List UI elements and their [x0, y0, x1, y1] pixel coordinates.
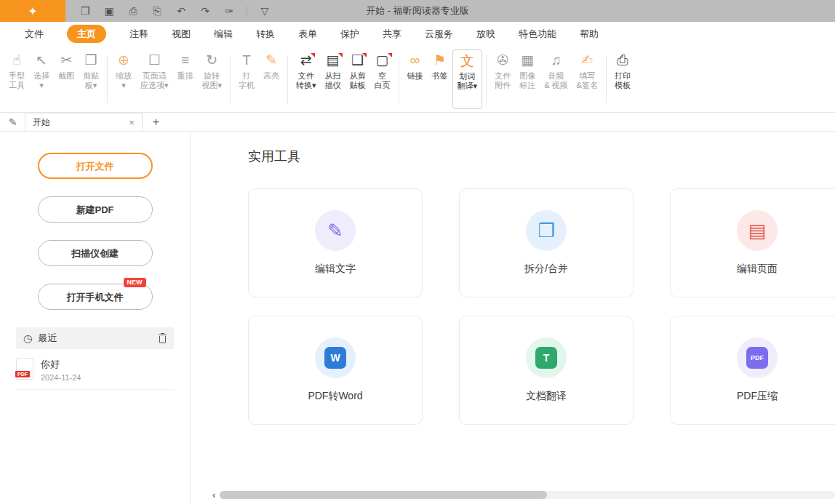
page-fit-button[interactable]: ☐ 页面适 应选项▾ [136, 49, 173, 109]
scrollbar-track[interactable] [220, 491, 835, 499]
translate-chip-icon: T [535, 347, 557, 369]
file-attachment-button[interactable]: ✇ 文件 附件 [490, 49, 515, 109]
pages-glyph-icon: ❐ [538, 221, 554, 240]
card-split-merge[interactable]: ❐ 拆分/合并 [459, 188, 634, 297]
hand-tool-button[interactable]: ☝ 手型 工具 [4, 49, 29, 109]
clear-recent-trash-icon[interactable] [159, 334, 167, 343]
rotate-view-button[interactable]: ↻ 旋转 视图▾ [198, 49, 227, 109]
tool-label: 填写 [579, 71, 595, 81]
scroll-left-button[interactable]: ‹ [212, 490, 215, 500]
tab-comment[interactable]: 注释 [129, 29, 148, 39]
tab-cloud[interactable]: 云服务 [425, 29, 453, 39]
close-tab-icon[interactable]: × [129, 117, 135, 128]
scanner-icon: ▤ [327, 52, 340, 69]
pencil-glyph-icon: ✎ [327, 221, 343, 240]
sign-icon[interactable]: ✑ [223, 6, 236, 16]
recent-label: 最近 [38, 332, 57, 345]
recent-file-item[interactable]: 你好 2024-11-24 [16, 358, 174, 390]
print-template-button[interactable]: ⎙ 打印 模板 [610, 49, 635, 109]
from-scanner-button[interactable]: ▤ 从扫 描仪 [321, 49, 345, 109]
open-file-button[interactable]: 打开文件 [38, 153, 153, 179]
scanner-create-button[interactable]: 扫描仪创建 [38, 240, 153, 266]
tool-label: 文件 [495, 71, 511, 81]
tool-label: 附件 [495, 81, 511, 90]
open-phone-file-button[interactable]: 打开手机文件 NEW [38, 284, 153, 310]
pdf-file-icon [16, 358, 33, 380]
open-file-icon[interactable]: ❒ [79, 6, 92, 16]
typewriter-button[interactable]: T 打 字机 [234, 49, 259, 109]
page-title: 实用工具 [248, 148, 835, 165]
ribbon-separator [486, 55, 487, 103]
document-tab-start[interactable]: 开始 × [25, 113, 143, 131]
tool-label: 手型 [9, 71, 25, 81]
pencil-icon[interactable]: ✎ [9, 116, 17, 128]
tab-present[interactable]: 放映 [476, 29, 495, 39]
tool-label: 从剪 [350, 71, 366, 81]
translate-button[interactable]: 文 划词 翻译▾ [452, 49, 483, 109]
file-convert-button[interactable]: ⇄ 文件 转换▾ [292, 49, 321, 109]
card-label: 拆分/合并 [524, 263, 568, 276]
create-pdf-button[interactable]: 新建PDF [38, 196, 153, 223]
tab-edit[interactable]: 编辑 [214, 29, 233, 39]
pdf-to-word-icon: W [315, 337, 356, 378]
tab-features[interactable]: 特色功能 [519, 29, 556, 39]
highlight-button[interactable]: ✎ 高亮 [259, 49, 284, 109]
tool-label: 板▾ [85, 81, 97, 90]
tool-label: 高亮 [263, 71, 279, 81]
tab-form[interactable]: 表单 [298, 29, 317, 39]
card-label: 编辑文字 [315, 263, 356, 276]
card-edit-text[interactable]: ✎ 编辑文字 [248, 188, 423, 297]
recent-section-header: ◷ 最近 [16, 327, 174, 349]
zoom-button[interactable]: ⊕ 缩放 ▾ [111, 49, 136, 109]
tab-file[interactable]: 文件 [25, 29, 44, 39]
ribbon-separator [230, 55, 231, 103]
customize-toolbar-icon[interactable]: ▽ [258, 6, 271, 16]
undo-icon[interactable]: ↶ [175, 6, 188, 16]
horizontal-scrollbar[interactable]: ‹ [212, 490, 835, 500]
bookmark-icon: ⚑ [434, 52, 446, 69]
foxit-logo[interactable]: ✦ [0, 0, 65, 22]
select-button[interactable]: ↖ 选择 ▾ [29, 49, 54, 109]
card-pdf-compress[interactable]: PDF PDF压缩 [670, 316, 835, 425]
new-tab-button[interactable]: + [153, 116, 159, 129]
print-icon[interactable]: ⎙ [127, 6, 140, 16]
document-tab-bar: ✎ 开始 × + [0, 113, 835, 132]
image-annotation-button[interactable]: ▦ 图像 标注 [515, 49, 540, 109]
tab-protect[interactable]: 保护 [340, 29, 359, 39]
link-button[interactable]: ∞ 链接 [403, 49, 428, 109]
card-edit-page[interactable]: ▤ 编辑页面 [670, 188, 835, 297]
zoom-icon: ⊕ [118, 52, 129, 69]
doc-translate-icon: T [526, 337, 567, 378]
ribbon-separator [606, 55, 607, 103]
clipboard-button[interactable]: ❐ 剪贴 板▾ [79, 49, 103, 109]
save-icon[interactable]: ▣ [103, 6, 116, 16]
reflow-button[interactable]: ≡ 重排 [173, 49, 198, 109]
card-doc-translate[interactable]: T 文档翻译 [459, 316, 634, 425]
page-fit-icon: ☐ [148, 52, 161, 69]
fill-sign-button[interactable]: ✍ 填写 &签名 [572, 49, 602, 109]
tab-help[interactable]: 帮助 [580, 29, 599, 39]
bookmark-button[interactable]: ⚑ 书签 [428, 49, 452, 109]
blank-page-button[interactable]: ▢ 空 白页 [370, 49, 395, 109]
link-icon: ∞ [410, 52, 420, 69]
fill-sign-icon: ✍ [581, 52, 593, 69]
tool-label: 重排 [177, 71, 193, 81]
tab-convert[interactable]: 转换 [256, 29, 275, 39]
scrollbar-thumb[interactable] [220, 491, 547, 499]
recent-file-title: 你好 [41, 358, 81, 371]
redo-icon[interactable]: ↷ [199, 6, 212, 16]
tool-label: 缩放 [116, 71, 132, 81]
from-clipboard-button[interactable]: ❑ 从剪 贴板 [345, 49, 370, 109]
tool-card-grid: ✎ 编辑文字 ❐ 拆分/合并 ▤ 编辑页面 W PDF转Wo [248, 188, 835, 425]
tool-label: ▾ [39, 81, 44, 90]
tab-home[interactable]: 主页 [67, 25, 106, 43]
foxit-logo-glyph: ✦ [28, 4, 37, 18]
tab-share[interactable]: 共享 [383, 29, 401, 39]
tool-label: ▾ [121, 81, 126, 90]
ribbon-toolbar: ☝ 手型 工具 ↖ 选择 ▾ ✂ 截图 ❐ 剪贴 板▾ ⊕ 缩放 ▾ ☐ 页面适… [0, 45, 835, 113]
snapshot-button[interactable]: ✂ 截图 [54, 49, 79, 109]
audio-video-button[interactable]: ♫ 音频 & 视频 [540, 49, 572, 109]
card-pdf-to-word[interactable]: W PDF转Word [248, 316, 423, 425]
export-icon[interactable]: ⎘ [151, 6, 164, 16]
tab-view[interactable]: 视图 [172, 29, 191, 39]
